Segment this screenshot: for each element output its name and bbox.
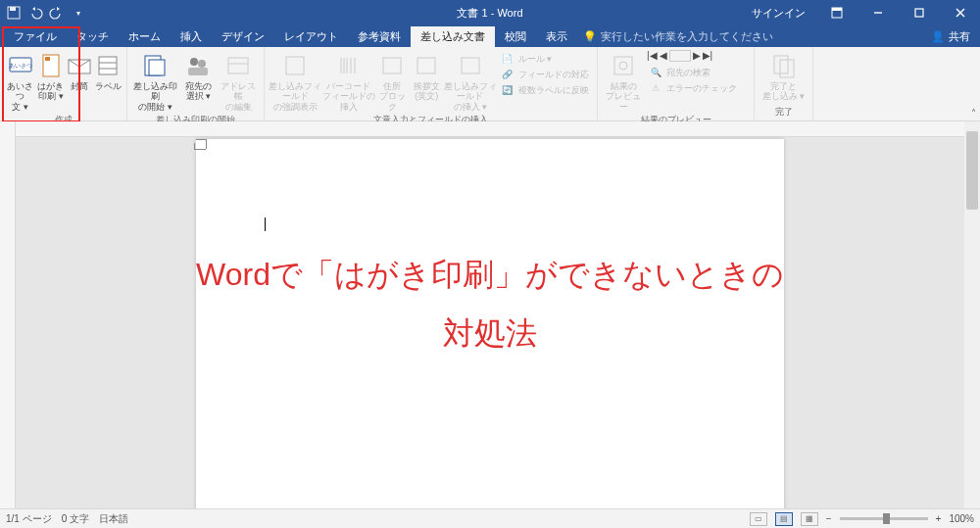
barcode-button[interactable]: バーコード フィールドの挿入: [321, 50, 374, 114]
svg-rect-5: [915, 9, 923, 17]
tab-design[interactable]: デザイン: [212, 26, 274, 47]
highlight-icon: [281, 52, 309, 79]
minimize-button[interactable]: [858, 0, 898, 25]
last-record-icon[interactable]: ▶|: [703, 50, 713, 62]
tab-insert[interactable]: 挿入: [171, 26, 212, 47]
collapse-ribbon-icon[interactable]: ˄: [971, 108, 976, 119]
tell-me-placeholder: 実行したい作業を入力してください: [601, 29, 773, 44]
svg-rect-11: [45, 57, 50, 61]
signin-link[interactable]: サインイン: [752, 6, 806, 21]
scrollbar-thumb[interactable]: [966, 131, 978, 210]
zoom-value[interactable]: 100%: [949, 513, 974, 524]
greeting-icon: あいさつ: [7, 52, 34, 79]
preview-results-button[interactable]: 結果の プレビュー: [602, 50, 645, 114]
svg-rect-35: [780, 60, 794, 77]
group-label: 完了: [755, 106, 812, 120]
record-nav[interactable]: |◀ ◀ ▶ ▶|: [645, 50, 741, 62]
language[interactable]: 日本語: [99, 512, 128, 526]
envelope-icon: [66, 52, 93, 79]
rules-button[interactable]: 📄ルール ▾: [501, 52, 589, 66]
insert-field-button[interactable]: 差し込みフィールド の挿入 ▾: [444, 50, 497, 114]
redo-icon[interactable]: [49, 5, 65, 21]
greeting-button[interactable]: あいさつ あいさつ 文 ▾: [4, 50, 36, 114]
record-number-field[interactable]: [669, 50, 691, 62]
select-recipients-button[interactable]: 宛先の 選択 ▾: [179, 50, 218, 114]
svg-point-18: [190, 58, 198, 66]
first-record-icon[interactable]: |◀: [647, 50, 658, 62]
group-create: あいさつ あいさつ 文 ▾ はがき 印刷 ▾ 封筒 ラベル 作成: [0, 47, 127, 120]
prev-record-icon[interactable]: ◀: [660, 50, 667, 62]
errors-icon: ⚠: [649, 81, 662, 95]
vertical-ruler[interactable]: [0, 121, 16, 508]
btn-label: あいさつ 文 ▾: [4, 81, 36, 112]
rules-icon: 📄: [501, 52, 514, 66]
svg-rect-34: [774, 56, 788, 73]
svg-rect-31: [462, 58, 479, 73]
next-record-icon[interactable]: ▶: [693, 50, 701, 62]
status-bar: 1/1 ページ 0 文字 日本語 ▭ ▤ ▦ − + 100%: [0, 508, 980, 528]
btn-label: 差し込みフィールド の強調表示: [269, 81, 321, 112]
mailmerge-icon: [141, 52, 169, 79]
greeting-line-button[interactable]: 挨拶文 (英文): [410, 50, 444, 114]
zoom-in-button[interactable]: +: [936, 513, 942, 524]
edit-list-icon: [224, 52, 252, 79]
find-recipient-button[interactable]: 🔍宛先の検索: [649, 66, 737, 79]
edit-recipients-button[interactable]: アドレス帳 の編集: [218, 50, 260, 114]
zoom-slider-thumb[interactable]: [883, 513, 890, 524]
finish-merge-button[interactable]: 完了と 差し込み ▾: [759, 50, 808, 104]
svg-point-19: [198, 60, 206, 68]
update-labels-button[interactable]: 🔄複数ラベルに反映: [501, 83, 589, 97]
tab-mailings[interactable]: 差し込み文書: [411, 26, 495, 47]
svg-rect-21: [228, 58, 248, 73]
vertical-scrollbar[interactable]: [964, 121, 980, 508]
tell-me-search[interactable]: 💡 実行したい作業を入力してください: [583, 29, 773, 44]
hagaki-button[interactable]: はがき 印刷 ▾: [36, 50, 65, 114]
svg-rect-29: [383, 58, 401, 73]
tab-view[interactable]: 表示: [536, 26, 577, 47]
title-bar: ▾ 文書 1 - Word サインイン: [0, 0, 980, 25]
tab-references[interactable]: 参考資料: [348, 26, 411, 47]
document-page[interactable]: [196, 139, 784, 508]
btn-label: バーコード フィールドの挿入: [321, 81, 374, 112]
view-read-button[interactable]: ▭: [750, 512, 767, 526]
start-mailmerge-button[interactable]: 差し込み印刷 の開始 ▾: [131, 50, 179, 114]
btn-label: 完了と 差し込み ▾: [762, 81, 806, 102]
zoom-slider[interactable]: [840, 517, 928, 520]
zoom-out-button[interactable]: −: [826, 513, 832, 524]
label-button[interactable]: ラベル: [94, 50, 122, 114]
envelope-button[interactable]: 封筒: [65, 50, 93, 114]
svg-rect-32: [614, 57, 632, 74]
save-icon[interactable]: [6, 5, 22, 21]
btn-label: ラベル: [95, 81, 122, 91]
field-options: 📄ルール ▾ 🔗フィールドの対応 🔄複数ラベルに反映: [497, 50, 593, 114]
qat-customize-icon[interactable]: ▾: [71, 5, 86, 21]
address-block-button[interactable]: 住所 ブロック: [375, 50, 410, 114]
preview-icon: [610, 52, 637, 79]
btn-label: 宛先の 選択 ▾: [185, 81, 212, 102]
undo-icon[interactable]: [27, 5, 43, 21]
ribbon-options-icon[interactable]: [817, 0, 857, 25]
svg-rect-1: [10, 7, 16, 11]
tab-review[interactable]: 校閲: [495, 26, 536, 47]
btn-label: 差し込みフィールド の挿入 ▾: [444, 81, 497, 112]
tab-home[interactable]: ホーム: [119, 26, 171, 47]
horizontal-ruler[interactable]: [16, 121, 964, 137]
svg-rect-23: [286, 57, 304, 74]
maximize-button[interactable]: [900, 0, 939, 25]
ribbon: あいさつ あいさつ 文 ▾ はがき 印刷 ▾ 封筒 ラベル 作成 差し込み印刷 …: [0, 47, 980, 121]
tab-touch[interactable]: タッチ: [67, 26, 119, 47]
match-fields-button[interactable]: 🔗フィールドの対応: [501, 68, 589, 81]
close-button[interactable]: [941, 0, 980, 25]
page-count[interactable]: 1/1 ページ: [6, 512, 52, 526]
check-errors-button[interactable]: ⚠エラーのチェック: [649, 81, 737, 95]
share-button[interactable]: 共有: [949, 29, 970, 44]
view-web-button[interactable]: ▦: [801, 512, 818, 526]
group-fields: 差し込みフィールド の強調表示 バーコード フィールドの挿入 住所 ブロック 挨…: [265, 47, 598, 120]
highlight-fields-button[interactable]: 差し込みフィールド の強調表示: [269, 50, 321, 114]
margin-marker: [196, 149, 206, 159]
view-print-button[interactable]: ▤: [775, 512, 793, 526]
btn-label: 挨拶文 (英文): [414, 81, 440, 102]
word-count[interactable]: 0 文字: [62, 512, 89, 526]
tab-file[interactable]: ファイル: [4, 26, 67, 47]
tab-layout[interactable]: レイアウト: [274, 26, 348, 47]
